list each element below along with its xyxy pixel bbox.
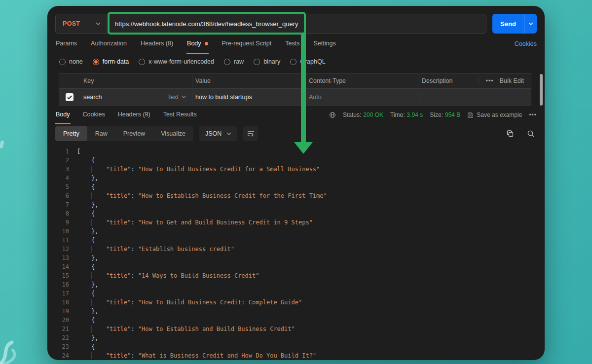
header-content-type: Content-Type [306, 73, 419, 88]
response-tabs-list: BodyCookiesHeaders (9)Test Results [55, 106, 197, 124]
body-type-form-data[interactable]: form-data [93, 58, 129, 65]
request-field: POST https://webhook.latenode.com/368/de… [55, 14, 486, 34]
line-content: }, [77, 333, 98, 342]
tab-label: Test Results [163, 111, 197, 118]
code-line: 21 "title": "How to Establish and Build … [47, 325, 545, 333]
cookies-link[interactable]: Cookies [515, 40, 537, 47]
tab-headers-8[interactable]: Headers (8) [140, 34, 174, 54]
format-label: JSON [205, 130, 222, 137]
response-tab-cookies[interactable]: Cookies [82, 106, 106, 124]
code-line: 22 }, [47, 333, 545, 342]
body-type-x-www-form-urlencoded[interactable]: x-www-form-urlencoded [139, 58, 214, 65]
tab-label: Cookies [83, 111, 105, 118]
tab-pre-request-script[interactable]: Pre-request Script [222, 34, 272, 54]
line-content: }, [77, 307, 98, 316]
line-content: }, [77, 254, 98, 262]
code-line: 14 { [47, 262, 545, 271]
send-button[interactable]: Send [492, 14, 537, 34]
view-tab-preview[interactable]: Preview [115, 126, 153, 141]
row-checkbox[interactable] [66, 93, 74, 101]
body-type-binary[interactable]: binary [254, 58, 280, 65]
line-content: }, [77, 174, 98, 182]
row-content-type-cell[interactable]: Auto [306, 89, 419, 105]
line-number: 17 [54, 289, 69, 298]
radio-label: GraphQL [300, 58, 325, 65]
network-globe-icon[interactable] [329, 111, 336, 118]
more-icon: ••• [486, 77, 494, 84]
view-tab-raw[interactable]: Raw [87, 126, 115, 141]
view-tab-visualize[interactable]: Visualize [153, 126, 193, 141]
code-line: 4 }, [47, 174, 545, 182]
row-key-cell[interactable]: search Text [59, 89, 192, 105]
response-tab-headers-9[interactable]: Headers (9) [117, 106, 151, 124]
chevron-down-icon [226, 132, 231, 135]
radio-icon [93, 59, 99, 65]
tab-settings[interactable]: Settings [313, 34, 336, 54]
code-line: 7 }, [47, 200, 545, 209]
radio-label: form-data [103, 58, 129, 65]
line-content: { [77, 316, 95, 325]
unsaved-changes-dot [205, 42, 208, 45]
row-value-cell[interactable]: how to build startups [192, 89, 306, 105]
line-content: "title": "What is Business Credit and Ho… [77, 351, 316, 360]
method-select[interactable]: POST [56, 14, 108, 33]
view-tab-pretty[interactable]: Pretty [55, 126, 87, 141]
status-label: Status: [343, 111, 361, 118]
check-icon [67, 94, 73, 100]
response-tab-body[interactable]: Body [55, 106, 71, 124]
value-type-select[interactable]: Text [167, 94, 186, 101]
line-number: 21 [54, 325, 69, 333]
tab-label: Headers (8) [141, 40, 173, 47]
url-text: https://webhook.latenode.com/368/dev/hea… [115, 20, 298, 28]
request-bar: POST https://webhook.latenode.com/368/de… [55, 14, 537, 34]
header-description: Description ••• Bulk Edit [419, 73, 531, 88]
search-icon[interactable] [527, 130, 535, 138]
method-label: POST [63, 20, 80, 27]
row-description-cell[interactable] [419, 89, 531, 105]
response-body: 1[2 {3 "title": "How to Build Business C… [47, 146, 545, 360]
response-view-toolbar: PrettyRawPreviewVisualize JSON [55, 125, 537, 142]
bulk-edit-label: Bulk Edit [500, 77, 524, 84]
code-line: 18 "title": "How To Build Business Credi… [47, 298, 545, 307]
body-type-none[interactable]: none [59, 58, 83, 65]
tab-params[interactable]: Params [55, 34, 77, 54]
format-select[interactable]: JSON [199, 126, 237, 141]
copy-icon[interactable] [506, 130, 514, 138]
line-number: 11 [54, 236, 69, 245]
tab-authorization[interactable]: Authorization [90, 34, 127, 54]
code-line: 12 "title": "Establish business credit" [47, 245, 545, 254]
line-number: 22 [54, 333, 69, 342]
line-content: }, [77, 280, 98, 289]
line-number: 13 [54, 254, 69, 262]
line-content: { [77, 182, 95, 191]
size-badge: Size: 954 B [430, 111, 460, 118]
line-number: 3 [54, 165, 69, 174]
scrollbar-thumb[interactable] [540, 74, 543, 106]
tab-body[interactable]: Body [186, 34, 209, 54]
tab-tests[interactable]: Tests [285, 34, 300, 54]
send-options-button[interactable] [524, 14, 537, 34]
radio-icon [59, 59, 66, 65]
code-line: 17 { [47, 289, 545, 298]
url-input[interactable]: https://webhook.latenode.com/368/dev/hea… [108, 14, 486, 33]
size-label: Size: [430, 111, 443, 118]
tab-label: Authorization [91, 40, 127, 47]
bulk-edit-button[interactable]: ••• Bulk Edit [479, 77, 531, 84]
code-line: 16 }, [47, 280, 545, 289]
code-line: 3 "title": "How to Build Business Credit… [47, 165, 545, 174]
body-type-graphql[interactable]: GraphQL [290, 58, 325, 65]
body-type-raw[interactable]: raw [224, 58, 244, 65]
code-line: 6 "title": "How to Establish Business Cr… [47, 191, 545, 200]
time-value: 3.94 s [407, 111, 423, 118]
line-number: 2 [54, 156, 69, 165]
status-badge: Status: 200 OK [343, 111, 383, 118]
line-content: { [77, 262, 95, 271]
response-tab-test-results[interactable]: Test Results [163, 106, 197, 124]
save-as-example-button[interactable]: Save as example [467, 111, 522, 118]
wrap-lines-button[interactable] [243, 126, 258, 141]
row-key-text[interactable]: search [83, 94, 102, 101]
code-line: 15 "title": "14 Ways to Build Business C… [47, 271, 545, 280]
response-more-icon[interactable]: ••• [529, 111, 537, 118]
response-meta: Status: 200 OK Time: 3.94 s Size: 954 B … [329, 106, 537, 124]
line-number: 24 [54, 351, 69, 360]
